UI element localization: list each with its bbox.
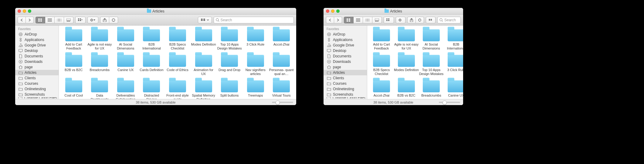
sidebar-item-clients[interactable]: Clients	[15, 75, 59, 81]
sidebar-item-downloads[interactable]: Downloads	[324, 59, 367, 64]
search-input[interactable]	[444, 18, 459, 22]
sidebar-item-documents[interactable]: Documents	[324, 53, 367, 59]
sidebar-item-page[interactable]: page	[15, 64, 59, 70]
zoom-icon[interactable]	[28, 9, 31, 13]
sidebar-item-courses[interactable]: Courses	[15, 81, 59, 86]
folder[interactable]: Add to Cart Feedback	[369, 29, 394, 54]
forward-button[interactable]	[26, 17, 34, 23]
folder[interactable]: Treemaps	[243, 80, 268, 99]
folder[interactable]: Top 10 Apps Design Mistakes	[419, 54, 444, 80]
sidebar-item-screenshots[interactable]: Screenshots	[324, 92, 367, 97]
folder[interactable]: Drag and Drop	[217, 54, 242, 80]
folder[interactable]: B2B International	[139, 29, 164, 54]
sidebar-item-google-drive[interactable]: Google Drive	[15, 43, 59, 48]
folder[interactable]: Add to Cart Feedback	[61, 29, 86, 54]
sidebar-item-onlinetesting[interactable]: Onlinetesting	[324, 86, 367, 92]
action-button[interactable]	[87, 17, 98, 23]
forward-button[interactable]	[334, 17, 342, 23]
column-view-button[interactable]	[363, 17, 372, 23]
folder[interactable]: AI Social Dimensions	[113, 29, 138, 54]
folder[interactable]: Front-end style guide	[165, 80, 190, 99]
minimize-icon[interactable]	[23, 9, 26, 13]
search-field[interactable]	[437, 17, 461, 23]
titlebar[interactable]: Articles	[15, 8, 296, 15]
sidebar-item-airdrop[interactable]: AirDrop	[15, 32, 59, 37]
folder[interactable]: Split buttons	[217, 80, 242, 99]
sidebar-item-clients[interactable]: Clients	[324, 75, 367, 81]
folder[interactable]: Spatial Memory Definition	[191, 80, 216, 99]
folder[interactable]: AI Social Dimensions	[419, 29, 444, 54]
sidebar-item-downloads[interactable]: Downloads	[15, 59, 59, 64]
folder[interactable]: Personas- quant qual an…htweight	[269, 54, 294, 80]
folder[interactable]: Canine UX	[444, 80, 463, 99]
folder[interactable]: Modes Definition	[191, 29, 216, 54]
sidebar-item-applications[interactable]: Applications	[324, 37, 367, 43]
close-icon[interactable]	[18, 9, 21, 13]
back-button[interactable]	[18, 17, 26, 23]
folder[interactable]: Accot-Zhai	[269, 29, 294, 54]
folder[interactable]: B2B Specs Checklist	[165, 29, 190, 54]
sidebar-item-applications[interactable]: Applications	[15, 37, 59, 43]
folder[interactable]: Code of Ethics	[165, 54, 190, 80]
folder[interactable]: B2B vs B2C	[61, 54, 86, 80]
folder[interactable]: Data Dashboards	[87, 80, 112, 99]
sidebar-item-onlinetesting[interactable]: Onlinetesting	[15, 86, 59, 92]
arrange-button[interactable]	[384, 17, 394, 23]
icon-size-slider[interactable]	[272, 102, 293, 103]
folder[interactable]: Accot-Zhai	[369, 80, 394, 99]
folder[interactable]: Agile is not easy for UX	[87, 29, 112, 54]
back-button[interactable]	[326, 17, 334, 23]
tags-button[interactable]	[109, 17, 118, 23]
titlebar[interactable]: Articles	[324, 8, 463, 15]
sidebar-item-airdrop[interactable]: AirDrop	[324, 32, 367, 37]
sidebar-item-google-drive[interactable]: Google Drive	[324, 43, 367, 48]
tags-button[interactable]	[416, 17, 424, 23]
dropbox-button[interactable]	[198, 17, 212, 23]
share-button[interactable]	[100, 17, 109, 23]
list-view-button[interactable]	[354, 17, 363, 23]
sidebar-item-screenshots[interactable]: Screenshots	[15, 92, 59, 97]
folder[interactable]: Nav signifiers articles	[243, 54, 268, 80]
column-view-button[interactable]	[55, 17, 64, 23]
folder[interactable]: Canine UX	[113, 54, 138, 80]
list-view-button[interactable]	[45, 17, 55, 23]
zoom-icon[interactable]	[336, 9, 340, 13]
minimize-icon[interactable]	[331, 9, 334, 13]
folder[interactable]: Top 10 Apps Design Mistakes	[217, 29, 242, 54]
folder[interactable]: Distracted Driving	[139, 80, 164, 99]
action-button[interactable]	[396, 17, 405, 23]
sidebar-item-courses[interactable]: Courses	[324, 81, 367, 86]
folder[interactable]: Cards Definition	[139, 54, 164, 80]
folder[interactable]: B2B Specs Checklist	[369, 54, 394, 80]
sidebar-item-documents[interactable]: Documents	[15, 53, 59, 59]
folder[interactable]: Breadcrumbs	[419, 80, 444, 99]
icon-view-button[interactable]	[344, 17, 354, 23]
dropbox-button[interactable]	[426, 17, 436, 23]
folder[interactable]: Breadcrumbs	[87, 54, 112, 80]
folder[interactable]: Virtual Tours	[269, 80, 294, 99]
sidebar-item-desktop[interactable]: Desktop	[324, 48, 367, 53]
sidebar-item-articles[interactable]: Articles	[15, 70, 59, 75]
gallery-view-button[interactable]	[372, 17, 382, 23]
folder[interactable]: Modes Definition	[394, 54, 419, 80]
folder[interactable]: Deliverables Collaboration	[113, 80, 138, 99]
folder[interactable]: Agile is not easy for UX	[394, 29, 419, 54]
search-field[interactable]	[214, 17, 294, 23]
sidebar-item-page[interactable]: page	[324, 64, 367, 70]
sidebar-item-creative-cloud-files[interactable]: Creative Cloud Files	[324, 97, 367, 98]
icon-view-button[interactable]	[36, 17, 45, 23]
sidebar-item-articles[interactable]: Articles	[324, 70, 367, 75]
folder[interactable]: B2B vs B2C	[394, 80, 419, 99]
share-button[interactable]	[407, 17, 416, 23]
sidebar-item-creative-cloud-files[interactable]: Creative Cloud Files	[15, 97, 59, 98]
gallery-view-button[interactable]	[64, 17, 73, 23]
search-input[interactable]	[221, 18, 292, 22]
icon-size-slider[interactable]	[439, 102, 460, 103]
folder[interactable]: Cost of Cool	[61, 80, 86, 99]
folder[interactable]: 3 Click Rule	[444, 54, 463, 80]
arrange-button[interactable]	[75, 17, 86, 23]
sidebar-item-desktop[interactable]: Desktop	[15, 48, 59, 53]
folder[interactable]: Animation for UX	[191, 54, 216, 80]
folder[interactable]: B2B International	[444, 29, 463, 54]
folder[interactable]: 3 Click Rule	[243, 29, 268, 54]
